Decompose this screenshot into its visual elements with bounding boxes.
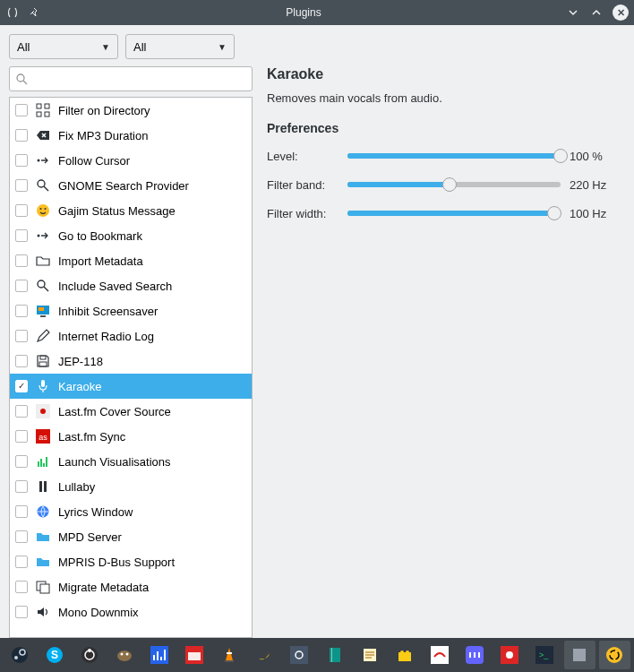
folders-icon (35, 579, 51, 595)
taskbar-item-notes[interactable] (354, 641, 385, 669)
svg-point-35 (12, 647, 28, 663)
app-menu-icon[interactable] (5, 5, 20, 20)
filter-combo-left[interactable]: All ▼ (9, 34, 118, 59)
plugin-checkbox[interactable] (15, 104, 28, 116)
plugin-label: Internet Radio Log (58, 330, 246, 343)
taskbar-item-terminal[interactable]: >_ (529, 641, 561, 669)
filter-bar: All ▼ All ▼ (9, 34, 625, 59)
taskbar-item-vis[interactable] (143, 641, 175, 669)
taskbar-item-lego[interactable] (389, 641, 420, 669)
taskbar-item-vlc[interactable] (214, 641, 245, 669)
svg-point-10 (40, 208, 42, 210)
plugin-checkbox[interactable] (15, 556, 28, 568)
plugin-checkbox[interactable] (15, 179, 28, 192)
taskbar-item-record[interactable] (494, 641, 526, 669)
pin-icon[interactable] (27, 5, 41, 20)
plugin-checkbox[interactable] (15, 606, 28, 618)
plugin-row[interactable]: MPD Server (10, 524, 252, 549)
plugin-checkbox[interactable] (15, 204, 28, 217)
taskbar-item-draw[interactable] (424, 641, 455, 669)
globe-icon (35, 504, 51, 520)
svg-rect-29 (46, 457, 47, 467)
taskbar-item-gimp[interactable] (108, 641, 140, 669)
folder-icon (35, 253, 51, 269)
plugin-row[interactable]: Launch Visualisations (10, 449, 252, 474)
plugin-row[interactable]: GNOME Search Provider (10, 173, 252, 198)
plugin-row[interactable]: Internet Radio Log (10, 323, 252, 349)
taskbar-item-box[interactable] (564, 641, 595, 669)
svg-rect-58 (331, 648, 332, 662)
plugin-checkbox[interactable] (15, 530, 28, 543)
plugin-checkbox[interactable] (15, 129, 28, 142)
plugin-checkbox[interactable] (15, 355, 28, 367)
plugin-row[interactable]: Mono Downmix (10, 599, 252, 625)
svg-point-0 (17, 74, 24, 82)
svg-rect-50 (164, 650, 166, 660)
plugin-row[interactable]: Inhibit Screensaver (10, 298, 252, 323)
plugin-checkbox[interactable] (15, 455, 28, 468)
plugin-checkbox[interactable] (15, 154, 28, 167)
svg-rect-53 (227, 652, 232, 654)
plugin-row[interactable]: MPRIS D-Bus Support (10, 549, 252, 574)
search-input[interactable] (9, 66, 253, 91)
svg-line-8 (44, 186, 48, 191)
plugin-checkbox[interactable] (15, 305, 28, 317)
vis-icon (35, 453, 51, 470)
svg-point-12 (38, 235, 40, 237)
close-icon[interactable]: ✕ (613, 4, 629, 21)
taskbar-item-settings[interactable] (284, 641, 315, 669)
plugin-checkbox[interactable] (15, 380, 28, 392)
plugin-row[interactable]: Migrate Metadata (10, 574, 252, 599)
plugin-checkbox[interactable] (15, 229, 28, 242)
pref-slider[interactable] (347, 177, 561, 193)
plugin-row[interactable]: Last.fm Cover Source (10, 399, 252, 424)
plugin-checkbox[interactable] (15, 405, 28, 418)
maximize-icon[interactable] (589, 5, 604, 20)
plugin-row[interactable]: Karaoke (10, 374, 252, 399)
pref-slider[interactable] (347, 148, 561, 164)
minimize-icon[interactable] (566, 5, 580, 20)
plugin-row[interactable]: Include Saved Search (10, 273, 252, 298)
plugin-label: Fix MP3 Duration (58, 129, 246, 142)
search-icon (35, 278, 51, 294)
svg-rect-17 (40, 315, 46, 317)
plugin-checkbox[interactable] (15, 280, 28, 292)
plugin-checkbox[interactable] (15, 480, 28, 493)
plugin-row[interactable]: Go to Bookmark (10, 223, 252, 248)
svg-rect-16 (39, 307, 44, 311)
pref-slider[interactable] (347, 205, 561, 221)
taskbar-item-obs[interactable] (73, 641, 105, 669)
plugin-list[interactable]: Filter on Directory Fix MP3 Duration Fol… (9, 97, 253, 638)
taskbar-item-book[interactable] (319, 641, 350, 669)
svg-point-9 (37, 204, 49, 217)
plugin-checkbox[interactable] (15, 430, 28, 443)
svg-rect-31 (44, 481, 47, 492)
svg-point-69 (506, 651, 513, 659)
plugin-row[interactable]: Lullaby (10, 474, 252, 499)
svg-rect-55 (290, 646, 308, 664)
taskbar-item-skype[interactable]: S (39, 641, 70, 669)
plugin-row[interactable]: Lyrics Window (10, 499, 252, 524)
plugin-checkbox[interactable] (15, 581, 28, 593)
taskbar-item-folder[interactable] (179, 641, 210, 669)
plugin-label: Last.fm Cover Source (58, 405, 246, 418)
taskbar-item-steam[interactable] (4, 641, 35, 669)
plugin-row[interactable]: Filter on Directory (10, 98, 252, 123)
taskbar-item-banana[interactable] (249, 641, 280, 669)
plugin-row[interactable]: Follow Cursor (10, 148, 252, 173)
plugin-row[interactable]: as Last.fm Sync (10, 424, 252, 449)
taskbar-item-spin[interactable] (599, 641, 630, 669)
detail-panel: Karaoke Removes main vocals from audio. … (261, 66, 625, 638)
plugin-row[interactable]: JEP-118 (10, 349, 252, 374)
taskbar: S>_ (0, 638, 634, 672)
plugin-checkbox[interactable] (15, 505, 28, 518)
plugin-row[interactable]: Import Metadata (10, 248, 252, 273)
taskbar-item-masto[interactable] (458, 641, 490, 669)
plugin-checkbox[interactable] (15, 254, 28, 267)
screensaver-icon (35, 303, 51, 319)
plugin-row[interactable]: Gajim Status Message (10, 198, 252, 223)
plugin-checkbox[interactable] (15, 330, 28, 342)
plugin-row[interactable]: Fix MP3 Duration (10, 123, 252, 148)
filter-combo-right[interactable]: All ▼ (125, 34, 235, 59)
svg-rect-20 (41, 380, 45, 387)
